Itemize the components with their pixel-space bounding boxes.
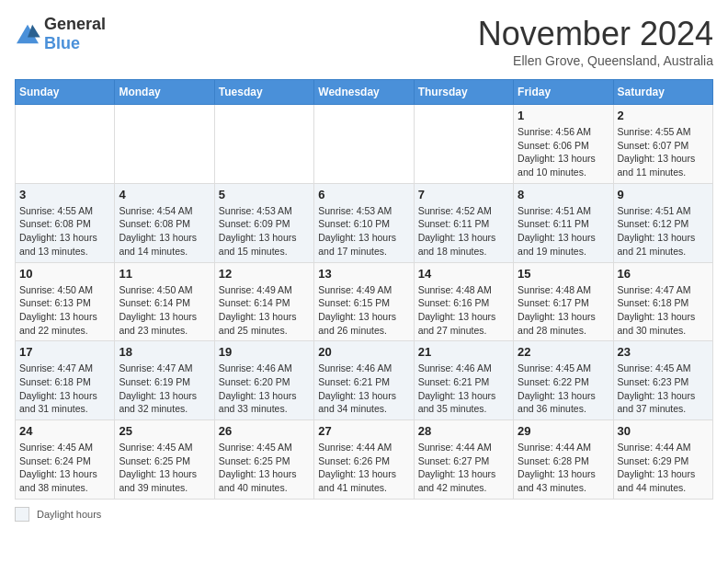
- calendar-cell: 5Sunrise: 4:53 AMSunset: 6:09 PMDaylight…: [214, 183, 313, 262]
- daylight-legend-box: [15, 507, 29, 522]
- calendar-week-row: 17Sunrise: 4:47 AMSunset: 6:18 PMDayligh…: [16, 341, 713, 420]
- calendar-cell: 9Sunrise: 4:51 AMSunset: 6:12 PMDaylight…: [613, 183, 712, 262]
- day-number: 15: [518, 267, 609, 281]
- day-info: Sunrise: 4:45 AMSunset: 6:25 PMDaylight:…: [119, 441, 210, 495]
- location-subtitle: Ellen Grove, Queensland, Australia: [478, 53, 713, 68]
- day-info: Sunrise: 4:46 AMSunset: 6:21 PMDaylight:…: [318, 362, 409, 416]
- calendar-cell: 18Sunrise: 4:47 AMSunset: 6:19 PMDayligh…: [115, 341, 214, 420]
- calendar-cell: 21Sunrise: 4:46 AMSunset: 6:21 PMDayligh…: [414, 341, 513, 420]
- calendar-cell: 15Sunrise: 4:48 AMSunset: 6:17 PMDayligh…: [514, 262, 613, 341]
- day-info: Sunrise: 4:44 AMSunset: 6:27 PMDaylight:…: [418, 441, 509, 495]
- day-info: Sunrise: 4:45 AMSunset: 6:24 PMDaylight:…: [19, 441, 110, 495]
- day-info: Sunrise: 4:45 AMSunset: 6:22 PMDaylight:…: [518, 362, 609, 416]
- day-info: Sunrise: 4:55 AMSunset: 6:08 PMDaylight:…: [19, 204, 110, 259]
- day-info: Sunrise: 4:45 AMSunset: 6:25 PMDaylight:…: [219, 441, 310, 495]
- calendar-cell: 29Sunrise: 4:44 AMSunset: 6:28 PMDayligh…: [514, 420, 613, 500]
- day-number: 8: [518, 188, 609, 201]
- calendar-cell: 23Sunrise: 4:45 AMSunset: 6:23 PMDayligh…: [613, 341, 712, 420]
- day-info: Sunrise: 4:49 AMSunset: 6:14 PMDaylight:…: [219, 283, 310, 338]
- day-info: Sunrise: 4:55 AMSunset: 6:07 PMDaylight:…: [618, 125, 709, 179]
- calendar-cell: 13Sunrise: 4:49 AMSunset: 6:15 PMDayligh…: [314, 262, 414, 341]
- calendar-cell: [314, 105, 414, 184]
- day-info: Sunrise: 4:49 AMSunset: 6:15 PMDaylight:…: [318, 283, 409, 338]
- day-number: 19: [219, 345, 310, 359]
- day-info: Sunrise: 4:47 AMSunset: 6:18 PMDaylight:…: [618, 283, 709, 338]
- calendar-cell: 19Sunrise: 4:46 AMSunset: 6:20 PMDayligh…: [214, 341, 313, 420]
- month-title: November 2024: [478, 15, 713, 53]
- calendar-cell: 30Sunrise: 4:44 AMSunset: 6:29 PMDayligh…: [613, 420, 712, 500]
- calendar-cell: 4Sunrise: 4:54 AMSunset: 6:08 PMDaylight…: [115, 183, 214, 262]
- calendar-cell: [115, 105, 214, 184]
- day-info: Sunrise: 4:51 AMSunset: 6:12 PMDaylight:…: [618, 204, 709, 259]
- calendar-cell: 28Sunrise: 4:44 AMSunset: 6:27 PMDayligh…: [414, 420, 513, 500]
- day-number: 18: [119, 345, 210, 359]
- day-number: 14: [418, 267, 509, 281]
- day-info: Sunrise: 4:51 AMSunset: 6:11 PMDaylight:…: [518, 204, 609, 259]
- day-info: Sunrise: 4:44 AMSunset: 6:29 PMDaylight:…: [618, 441, 709, 495]
- weekday-header-sunday: Sunday: [16, 80, 115, 105]
- calendar-cell: 7Sunrise: 4:52 AMSunset: 6:11 PMDaylight…: [414, 183, 513, 262]
- day-info: Sunrise: 4:48 AMSunset: 6:16 PMDaylight:…: [418, 283, 509, 338]
- day-info: Sunrise: 4:47 AMSunset: 6:19 PMDaylight:…: [119, 362, 210, 416]
- day-number: 29: [518, 424, 609, 438]
- calendar-week-row: 10Sunrise: 4:50 AMSunset: 6:13 PMDayligh…: [16, 262, 713, 341]
- weekday-header-tuesday: Tuesday: [214, 80, 313, 105]
- calendar-week-row: 24Sunrise: 4:45 AMSunset: 6:24 PMDayligh…: [16, 420, 713, 500]
- calendar-cell: 12Sunrise: 4:49 AMSunset: 6:14 PMDayligh…: [214, 262, 313, 341]
- calendar-cell: 25Sunrise: 4:45 AMSunset: 6:25 PMDayligh…: [115, 420, 214, 500]
- day-number: 12: [219, 267, 310, 281]
- calendar-cell: 6Sunrise: 4:53 AMSunset: 6:10 PMDaylight…: [314, 183, 414, 262]
- day-number: 23: [618, 345, 709, 359]
- day-number: 27: [318, 424, 409, 438]
- day-number: 11: [119, 267, 210, 281]
- day-number: 1: [518, 109, 609, 122]
- day-number: 9: [618, 188, 709, 201]
- day-number: 5: [219, 188, 310, 201]
- calendar-cell: 24Sunrise: 4:45 AMSunset: 6:24 PMDayligh…: [16, 420, 115, 500]
- calendar-cell: [414, 105, 513, 184]
- calendar-cell: 14Sunrise: 4:48 AMSunset: 6:16 PMDayligh…: [414, 262, 513, 341]
- day-number: 30: [618, 424, 709, 438]
- day-number: 13: [318, 267, 409, 281]
- day-number: 10: [19, 267, 110, 281]
- day-number: 24: [19, 424, 110, 438]
- weekday-header-friday: Friday: [514, 80, 613, 105]
- day-info: Sunrise: 4:46 AMSunset: 6:21 PMDaylight:…: [418, 362, 509, 416]
- day-number: 16: [618, 267, 709, 281]
- calendar-cell: 16Sunrise: 4:47 AMSunset: 6:18 PMDayligh…: [613, 262, 712, 341]
- footer: Daylight hours: [15, 507, 713, 522]
- calendar-cell: 22Sunrise: 4:45 AMSunset: 6:22 PMDayligh…: [514, 341, 613, 420]
- day-info: Sunrise: 4:44 AMSunset: 6:26 PMDaylight:…: [318, 441, 409, 495]
- calendar-table: SundayMondayTuesdayWednesdayThursdayFrid…: [15, 79, 713, 500]
- calendar-cell: 27Sunrise: 4:44 AMSunset: 6:26 PMDayligh…: [314, 420, 414, 500]
- day-info: Sunrise: 4:50 AMSunset: 6:13 PMDaylight:…: [19, 283, 110, 338]
- calendar-cell: 26Sunrise: 4:45 AMSunset: 6:25 PMDayligh…: [214, 420, 313, 500]
- day-info: Sunrise: 4:44 AMSunset: 6:28 PMDaylight:…: [518, 441, 609, 495]
- day-info: Sunrise: 4:53 AMSunset: 6:09 PMDaylight:…: [219, 204, 310, 259]
- calendar-cell: 10Sunrise: 4:50 AMSunset: 6:13 PMDayligh…: [16, 262, 115, 341]
- day-number: 21: [418, 345, 509, 359]
- day-info: Sunrise: 4:53 AMSunset: 6:10 PMDaylight:…: [318, 204, 409, 259]
- logo-icon: [15, 23, 40, 45]
- weekday-header-saturday: Saturday: [613, 80, 712, 105]
- calendar-cell: [16, 105, 115, 184]
- calendar-week-row: 1Sunrise: 4:56 AMSunset: 6:06 PMDaylight…: [16, 105, 713, 184]
- weekday-header-thursday: Thursday: [414, 80, 513, 105]
- day-number: 7: [418, 188, 509, 201]
- weekday-header-monday: Monday: [115, 80, 214, 105]
- calendar-cell: 20Sunrise: 4:46 AMSunset: 6:21 PMDayligh…: [314, 341, 414, 420]
- logo-general-text: General: [44, 15, 106, 33]
- day-number: 2: [618, 109, 709, 122]
- calendar-cell: 17Sunrise: 4:47 AMSunset: 6:18 PMDayligh…: [16, 341, 115, 420]
- calendar-cell: 3Sunrise: 4:55 AMSunset: 6:08 PMDaylight…: [16, 183, 115, 262]
- day-info: Sunrise: 4:46 AMSunset: 6:20 PMDaylight:…: [219, 362, 310, 416]
- calendar-cell: 2Sunrise: 4:55 AMSunset: 6:07 PMDaylight…: [613, 105, 712, 184]
- weekday-header-wednesday: Wednesday: [314, 80, 414, 105]
- day-info: Sunrise: 4:54 AMSunset: 6:08 PMDaylight:…: [119, 204, 210, 259]
- logo-blue-text: Blue: [44, 34, 80, 52]
- day-info: Sunrise: 4:48 AMSunset: 6:17 PMDaylight:…: [518, 283, 609, 338]
- daylight-label: Daylight hours: [37, 509, 101, 520]
- day-number: 17: [19, 345, 110, 359]
- day-number: 26: [219, 424, 310, 438]
- calendar-week-row: 3Sunrise: 4:55 AMSunset: 6:08 PMDaylight…: [16, 183, 713, 262]
